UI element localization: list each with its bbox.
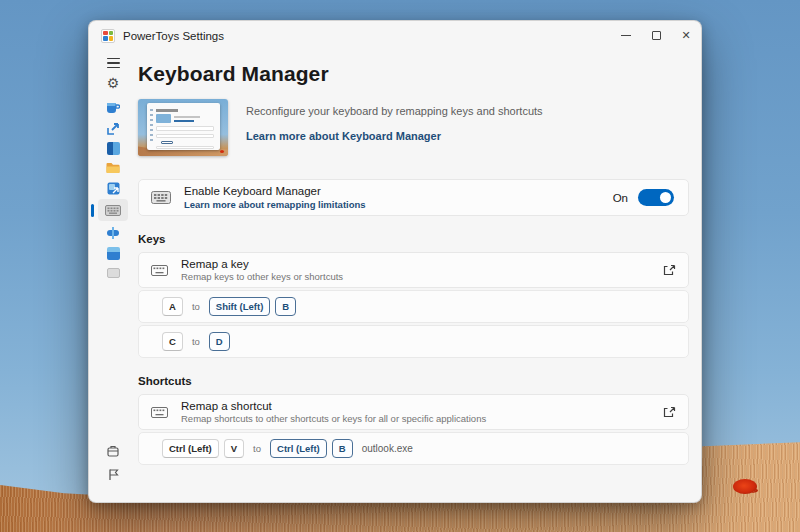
sidebar-item-always-on-top[interactable] (89, 119, 137, 137)
maximize-button[interactable] (641, 21, 671, 50)
sidebar-item-file-explorer[interactable] (89, 159, 137, 177)
sidebar-item-general[interactable]: ⚙ (89, 74, 137, 92)
remap-key-title: Remap a key (181, 257, 343, 271)
shortcut-mapping-row: Ctrl (Left) V to Ctrl (Left) B outlook.e… (138, 432, 689, 465)
powertoys-settings-window: PowerToys Settings ✕ ⚙ (88, 20, 702, 503)
keyboard-manager-preview-image (138, 99, 228, 156)
maximize-icon (652, 31, 661, 40)
remap-shortcut-subtitle: Remap shortcuts to other shortcuts or ke… (181, 413, 486, 425)
to-label: to (253, 443, 261, 454)
toggle-state-label: On (613, 192, 628, 204)
sidebar-item-oobe[interactable] (89, 442, 137, 460)
content-area: Keyboard Manager Reconfigure your keyboa… (137, 50, 701, 502)
sidebar-item-fancyzones[interactable] (89, 139, 137, 157)
sidebar-item-mouse-utilities[interactable] (89, 224, 137, 242)
key-mapping-row: A to Shift (Left) B (138, 290, 689, 323)
close-icon: ✕ (681, 29, 690, 42)
minimize-button[interactable] (611, 21, 641, 50)
title-bar: PowerToys Settings ✕ (89, 21, 701, 50)
to-label: to (192, 301, 200, 312)
remap-key-launch-button[interactable] (661, 262, 678, 279)
page-description: Reconfigure your keyboard by remapping k… (246, 105, 543, 117)
awake-icon (106, 102, 120, 114)
keyboard-icon (151, 407, 168, 418)
sidebar-item-powerrename[interactable] (89, 244, 137, 262)
keys-section-header: Keys (138, 233, 689, 245)
window-controls: ✕ (611, 21, 701, 50)
sidebar-nav: ⚙ (89, 50, 137, 502)
remapping-limitations-link[interactable]: Learn more about remapping limitations (184, 199, 366, 211)
keyboard-manager-icon (105, 205, 121, 216)
remap-shortcut-card: Remap a shortcut Remap shortcuts to othe… (138, 394, 689, 430)
gear-icon: ⚙ (107, 76, 120, 90)
learn-more-link[interactable]: Learn more about Keyboard Manager (246, 130, 441, 142)
powertoys-app-icon (101, 29, 115, 43)
fancyzones-icon (107, 142, 120, 155)
mouse-utilities-icon (106, 227, 120, 239)
key-chip-target: D (209, 332, 230, 351)
minimize-icon (621, 35, 631, 36)
key-chip-target: B (332, 439, 353, 458)
remap-key-subtitle: Remap keys to other keys or shortcuts (181, 271, 343, 283)
enable-toggle[interactable] (638, 189, 674, 206)
folder-icon (106, 162, 120, 174)
toggle-knob (660, 192, 671, 203)
page-title: Keyboard Manager (138, 62, 689, 86)
shortcuts-section-header: Shortcuts (138, 375, 689, 387)
hamburger-icon (107, 58, 120, 69)
key-chip-target: Ctrl (Left) (270, 439, 327, 458)
to-label: to (192, 336, 200, 347)
enable-title: Enable Keyboard Manager (184, 184, 366, 198)
window-title: PowerToys Settings (123, 30, 224, 42)
desktop-flower (733, 479, 757, 494)
menu-button[interactable] (89, 54, 137, 72)
feedback-flag-icon (108, 468, 119, 481)
always-on-top-icon (107, 122, 120, 135)
key-chip-target: B (275, 297, 296, 316)
sidebar-item-image-resizer[interactable] (89, 179, 137, 197)
oobe-icon (107, 445, 119, 457)
key-chip: Ctrl (Left) (162, 439, 219, 458)
key-chip-target: Shift (Left) (209, 297, 271, 316)
enable-card: Enable Keyboard Manager Learn more about… (138, 179, 689, 216)
keyboard-icon (151, 265, 168, 276)
key-chip: C (162, 332, 183, 351)
key-chip: V (224, 439, 244, 458)
powerrename-icon (107, 247, 120, 260)
key-mapping-row: C to D (138, 325, 689, 358)
open-new-window-icon (663, 406, 676, 419)
shortcut-guide-icon (107, 268, 120, 278)
sidebar-item-feedback[interactable] (89, 465, 137, 483)
remap-shortcut-launch-button[interactable] (661, 404, 678, 421)
close-button[interactable]: ✕ (671, 21, 701, 50)
target-app-label: outlook.exe (362, 443, 413, 454)
sidebar-item-awake[interactable] (89, 99, 137, 117)
selected-indicator (91, 204, 94, 217)
remap-shortcut-title: Remap a shortcut (181, 399, 486, 413)
key-chip: A (162, 297, 183, 316)
open-new-window-icon (663, 264, 676, 277)
remap-key-card: Remap a key Remap keys to other keys or … (138, 252, 689, 288)
image-resizer-icon (107, 182, 120, 195)
keyboard-icon (151, 191, 171, 204)
hero-section: Reconfigure your keyboard by remapping k… (138, 99, 689, 156)
sidebar-item-shortcut-guide[interactable] (89, 264, 137, 282)
sidebar-item-keyboard-manager[interactable] (98, 199, 128, 221)
